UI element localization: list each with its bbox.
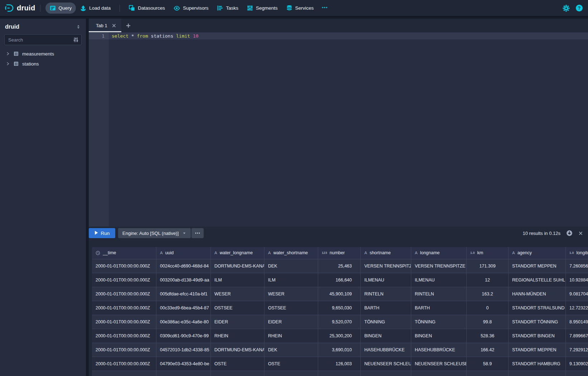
table-cell[interactable]: HANN-MÜNDEN <box>509 287 566 301</box>
table-cell[interactable]: EIDER <box>264 315 318 329</box>
schema-selector[interactable]: druid <box>0 19 86 34</box>
table-cell[interactable]: 166.42 <box>467 343 509 357</box>
table-cell[interactable]: 0024cc40-d690-468d-84 <box>156 259 211 273</box>
table-cell[interactable]: STANDORT BINGEN <box>509 329 566 343</box>
table-cell[interactable]: 45,900,109 <box>318 287 361 301</box>
chevron-right-icon[interactable] <box>6 62 10 66</box>
table-cell[interactable]: 8.950149 <box>566 315 588 329</box>
download-results-icon[interactable] <box>566 230 573 236</box>
close-results-icon[interactable] <box>578 231 583 236</box>
table-cell[interactable]: 005dfdae-efcc-410a-bf1 <box>156 287 211 301</box>
nav-item-segments[interactable]: Segments <box>243 3 282 14</box>
table-cell[interactable]: 2000-01-01T00:00:00.000Z <box>92 329 156 343</box>
tab-close-icon[interactable] <box>112 23 116 28</box>
table-cell[interactable]: RINTELN <box>411 287 467 301</box>
table-cell[interactable]: 2000-01-01T00:00:00.000Z <box>92 259 156 273</box>
navbar-more-button[interactable] <box>318 2 331 14</box>
table-cell[interactable]: 7.899667 <box>566 329 588 343</box>
table-cell[interactable]: 7.292912 <box>566 343 588 357</box>
table-cell[interactable]: 58.9 <box>467 357 509 371</box>
table-cell[interactable]: 9.130902 <box>566 357 588 371</box>
table-cell[interactable]: TÖNNING <box>361 315 411 329</box>
double-caret-vertical-icon[interactable] <box>76 24 81 29</box>
table-cell[interactable]: 99.8 <box>467 315 509 329</box>
table-cell[interactable]: 171.309 <box>467 259 509 273</box>
column-header-agency[interactable]: Aagency <box>509 247 566 259</box>
table-cell[interactable]: 04790e03-4353-4e80-be <box>156 357 211 371</box>
column-header-longitude[interactable]: 1.0longitude <box>566 247 588 259</box>
table-cell[interactable]: OSTSEE <box>211 301 264 315</box>
table-cell[interactable]: OSTE <box>264 357 318 371</box>
sidebar-table-measurements[interactable]: measurements <box>0 49 86 59</box>
table-cell[interactable]: RHEIN <box>211 329 264 343</box>
table-cell[interactable]: BINGEN <box>411 329 467 343</box>
table-cell[interactable]: BINGEN <box>361 329 411 343</box>
column-header-longname[interactable]: Alongname <box>411 247 467 259</box>
table-cell[interactable]: 0309cd61-90c9-470e-99 <box>156 329 211 343</box>
table-cell[interactable]: STANDORT MEPPEN <box>509 343 566 357</box>
table-cell[interactable]: 00c33ed9-6bea-45b4-87 <box>156 301 211 315</box>
settings-gear-icon[interactable] <box>563 5 570 12</box>
table-cell[interactable]: 528.36 <box>467 329 509 343</box>
table-cell[interactable]: 2000-01-01T00:00:00.000Z <box>92 357 156 371</box>
table-cell[interactable]: 12 <box>467 273 509 287</box>
table-cell[interactable]: 00e386ac-e35c-4a6e-80 <box>156 315 211 329</box>
table-cell[interactable]: DEK <box>264 259 318 273</box>
table-cell[interactable]: WESER <box>264 287 318 301</box>
table-cell[interactable]: OSTE <box>211 357 264 371</box>
search-input[interactable] <box>4 34 82 45</box>
table-cell[interactable]: RINTELN <box>361 287 411 301</box>
table-cell[interactable]: DORTMUND-EMS-KANAL <box>211 343 264 357</box>
nav-item-datasources[interactable]: Datasources <box>125 3 169 14</box>
nav-item-supervisors[interactable]: Supervisors <box>169 3 213 14</box>
table-cell[interactable]: HASEHUBBRÜCKE <box>361 343 411 357</box>
table-cell[interactable]: 10.928842 <box>566 273 588 287</box>
table-cell[interactable]: 2000-01-01T00:00:00.000Z <box>92 315 156 329</box>
table-cell[interactable]: 9,520,070 <box>318 315 361 329</box>
table-cell[interactable]: 9.081704 <box>566 287 588 301</box>
table-cell[interactable]: WESER <box>211 287 264 301</box>
nav-item-tasks[interactable]: Tasks <box>213 3 243 14</box>
table-cell[interactable]: BARTH <box>361 301 411 315</box>
column-header-water_shortname[interactable]: Awater_shortname <box>264 247 318 259</box>
help-icon[interactable]: ? <box>576 5 583 11</box>
table-cell[interactable]: 2000-01-01T00:00:00.000Z <box>92 273 156 287</box>
sidebar-table-stations[interactable]: stations <box>0 59 86 69</box>
table-cell[interactable]: 2000-01-01T00:00:00.000Z <box>92 343 156 357</box>
table-cell[interactable]: ILM <box>264 273 318 287</box>
chevron-right-icon[interactable] <box>6 52 10 56</box>
table-cell[interactable]: 3,690,010 <box>318 343 361 357</box>
table-cell[interactable]: STANDORT TÖNNING <box>509 315 566 329</box>
table-cell[interactable]: EIDER <box>211 315 264 329</box>
column-header-shortname[interactable]: Ashortname <box>361 247 411 259</box>
filter-icon[interactable] <box>73 37 79 43</box>
table-cell[interactable]: 2000-01-01T00:00:00.000Z <box>92 287 156 301</box>
table-cell[interactable]: DEK <box>264 343 318 357</box>
table-cell[interactable]: REGIONALSTELLE SUHL <box>509 273 566 287</box>
table-cell[interactable]: RHEIN <box>264 329 318 343</box>
table-cell[interactable]: 2000-01-01T00:00:00.000Z <box>92 301 156 315</box>
table-cell[interactable]: NEUENSEER SCHLEUSEN <box>411 357 467 371</box>
table-cell[interactable]: STANDORT HAMBURG <box>509 357 566 371</box>
table-cell[interactable]: ILM <box>211 273 264 287</box>
tab-1[interactable]: Tab 1 <box>89 19 121 32</box>
table-cell[interactable]: 25,463 <box>318 259 361 273</box>
table-cell[interactable]: HASEHUBBRÜCKE <box>411 343 467 357</box>
table-cell[interactable]: BARTH <box>411 301 467 315</box>
nav-item-services[interactable]: Services <box>282 3 318 14</box>
column-header-uuid[interactable]: Auuid <box>156 247 211 259</box>
column-header-__time[interactable]: __time <box>92 247 156 259</box>
nav-item-load-data[interactable]: Load data <box>76 3 115 14</box>
table-cell[interactable]: 25,300,200 <box>318 329 361 343</box>
run-button[interactable]: Run <box>89 228 115 238</box>
table-cell[interactable]: ILMENAU <box>411 273 467 287</box>
column-header-km[interactable]: 1.0km <box>467 247 509 259</box>
table-cell[interactable]: DORTMUND-EMS-KANAL <box>211 259 264 273</box>
column-header-water_longname[interactable]: Awater_longname <box>211 247 264 259</box>
table-cell[interactable]: 12.723220 <box>566 301 588 315</box>
engine-select-button[interactable]: Engine: Auto [SQL (native)] <box>118 228 191 238</box>
table-cell[interactable]: ILMENAU <box>361 273 411 287</box>
table-cell[interactable]: TÖNNING <box>411 315 467 329</box>
more-options-button[interactable] <box>191 228 204 238</box>
table-cell[interactable]: VERSEN TRENNSPITZE <box>361 259 411 273</box>
